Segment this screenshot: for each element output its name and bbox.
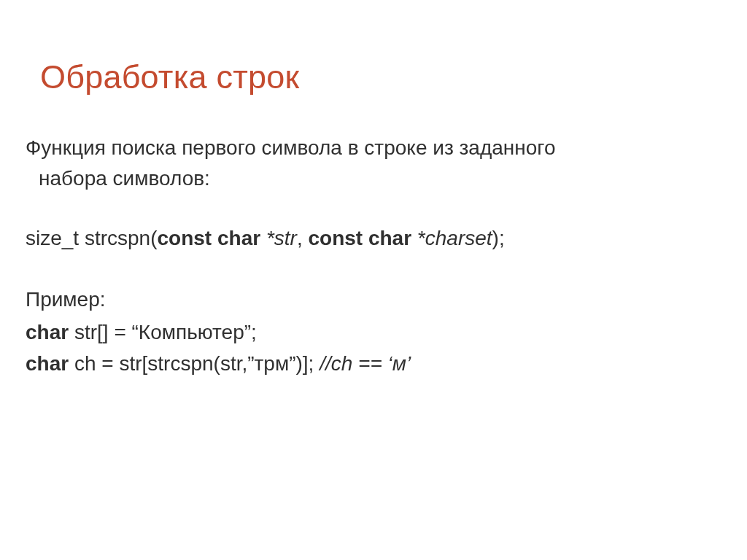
sig-keyword-1: const char — [158, 227, 266, 249]
sig-separator: , — [297, 227, 309, 249]
slide-body: Функция поиска первого символа в строке … — [26, 133, 721, 380]
code1-keyword: char — [26, 321, 74, 343]
sig-keyword-2: const char — [308, 227, 417, 249]
code1-rest: str[] = “Компьютер”; — [74, 321, 257, 343]
code2-keyword: char — [26, 352, 74, 375]
code2-comment: //ch == ‘м’ — [320, 352, 411, 375]
slide: Обработка строк Функция поиска первого с… — [0, 0, 747, 560]
sig-prefix: size_t strcspn( — [26, 227, 158, 249]
code2-mid: ch = str[strcspn(str,”трм”)]; — [74, 352, 320, 375]
slide-title: Обработка строк — [40, 58, 721, 96]
function-signature: size_t strcspn(const char *str, const ch… — [26, 223, 721, 254]
code-line-1: char str[] = “Компьютер”; — [26, 316, 721, 348]
intro-paragraph: Функция поиска первого символа в строке … — [26, 133, 721, 194]
sig-arg-1: *str — [266, 227, 297, 249]
sig-arg-2: *charset — [417, 227, 492, 249]
sig-suffix: ); — [492, 227, 505, 249]
intro-line-1: Функция поиска первого символа в строке … — [26, 136, 555, 159]
intro-line-2: набора символов: — [39, 167, 210, 190]
code-line-2: char ch = str[strcspn(str,”трм”)]; //ch … — [26, 348, 721, 379]
example-label: Пример: — [26, 284, 721, 315]
